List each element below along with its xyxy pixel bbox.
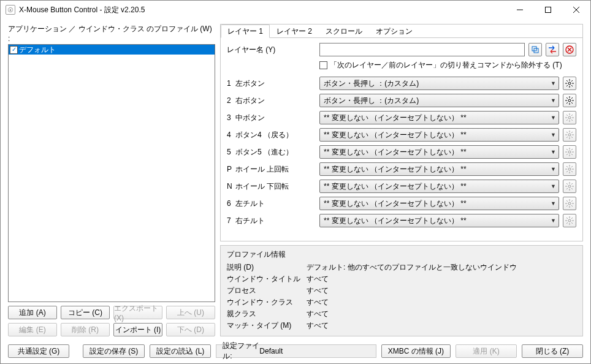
chevron-down-icon: ▼ bbox=[551, 132, 556, 138]
button-row-label: 5ボタン5 （進む） bbox=[227, 147, 316, 157]
svg-line-43 bbox=[571, 132, 573, 133]
save-settings-button[interactable]: 設定の保存 (S) bbox=[83, 344, 145, 358]
button-row: 2右ボタンボタン・長押し ：(カスタム)▼ bbox=[227, 94, 576, 107]
apply-button: 適用 (K) bbox=[456, 344, 517, 358]
button-row-prefix: 4 bbox=[227, 131, 235, 139]
gear-icon[interactable] bbox=[563, 77, 576, 90]
load-settings-button[interactable]: 設定の読込 (L) bbox=[150, 344, 211, 358]
maximize-button[interactable] bbox=[534, 1, 562, 19]
button-action-combo[interactable]: ** 変更しない （インターセプトしない） **▼ bbox=[319, 145, 559, 159]
button-action-combo[interactable]: ** 変更しない （インターセプトしない） **▼ bbox=[319, 128, 559, 142]
button-row-label: 6左チルト bbox=[227, 199, 316, 209]
button-row-prefix: 2 bbox=[227, 96, 235, 105]
button-row-label: 4ボタン4 （戻る） bbox=[227, 130, 316, 140]
tab-scroll[interactable]: スクロール bbox=[319, 25, 369, 38]
button-row-name: 左チルト bbox=[235, 199, 265, 209]
svg-line-15 bbox=[571, 85, 573, 86]
button-action-combo[interactable]: ** 変更しない （インターセプトしない） **▼ bbox=[319, 180, 559, 193]
close-button[interactable] bbox=[562, 1, 590, 19]
svg-line-17 bbox=[566, 85, 568, 86]
copy-layer-icon[interactable] bbox=[528, 43, 542, 56]
svg-line-14 bbox=[566, 80, 568, 82]
info-value: すべて bbox=[307, 297, 329, 308]
profile-item[interactable]: ✓ デフォルト bbox=[9, 45, 215, 55]
profile-list[interactable]: ✓ デフォルト bbox=[8, 44, 215, 302]
common-settings-button[interactable]: 共通設定 (G) bbox=[8, 344, 69, 358]
exclude-checkbox[interactable] bbox=[319, 61, 327, 69]
profile-list-label: アプリケーション ／ ウインドウ・クラス のプロファイル (W) : bbox=[8, 24, 215, 43]
svg-line-24 bbox=[571, 102, 573, 104]
copy-button[interactable]: コピー (C) bbox=[61, 306, 110, 319]
button-row: 5ボタン5 （進む）** 変更しない （インターセプトしない） **▼ bbox=[227, 145, 576, 159]
svg-line-68 bbox=[566, 183, 568, 184]
svg-line-79 bbox=[571, 200, 573, 202]
info-value: すべて bbox=[307, 309, 329, 319]
svg-point-18 bbox=[568, 99, 571, 102]
info-key: プロセス bbox=[227, 286, 307, 296]
tab-option[interactable]: オプション bbox=[369, 25, 419, 38]
profile-checkbox[interactable]: ✓ bbox=[10, 46, 18, 54]
button-row-name: ボタン4 （戻る） bbox=[235, 130, 293, 140]
clear-layer-icon[interactable] bbox=[563, 43, 576, 56]
settings-file-label: 設定ファイル: bbox=[223, 341, 259, 362]
button-row: Pホイール 上回転** 変更しない （インターセプトしない） **▼ bbox=[227, 162, 576, 176]
settings-file: 設定ファイル: Default bbox=[216, 344, 376, 358]
import-button[interactable]: インポート (I) bbox=[113, 323, 162, 336]
svg-line-89 bbox=[566, 222, 568, 224]
info-row: ウインドウ・タイトルすべて bbox=[227, 274, 576, 284]
swap-layer-icon[interactable] bbox=[546, 43, 559, 56]
svg-line-16 bbox=[571, 80, 573, 82]
button-row-prefix: N bbox=[227, 182, 235, 191]
button-action-value: ** 変更しない （インターセプトしない） ** bbox=[324, 147, 467, 157]
down-button: 下へ (D) bbox=[166, 323, 215, 336]
chevron-down-icon: ▼ bbox=[551, 80, 556, 86]
info-value: すべて bbox=[307, 286, 329, 296]
add-button[interactable]: 追加 (A) bbox=[8, 306, 57, 319]
chevron-down-icon: ▼ bbox=[551, 200, 556, 207]
button-action-combo[interactable]: ** 変更しない （インターセプトしない） **▼ bbox=[319, 162, 559, 176]
svg-line-23 bbox=[566, 97, 568, 99]
info-key: マッチ・タイプ (M) bbox=[227, 320, 307, 331]
svg-line-41 bbox=[566, 132, 568, 133]
close-dialog-button[interactable]: 閉じる (Z) bbox=[522, 344, 583, 358]
button-row: 7右チルト** 変更しない （インターセプトしない） **▼ bbox=[227, 214, 576, 227]
tab-layer2[interactable]: レイヤー 2 bbox=[270, 25, 319, 38]
button-action-combo[interactable]: ** 変更しない （インターセプトしない） **▼ bbox=[319, 214, 559, 227]
button-action-value: ** 変更しない （インターセプトしない） ** bbox=[324, 181, 467, 192]
button-action-combo[interactable]: ** 変更しない （インターセプトしない） **▼ bbox=[319, 111, 559, 124]
svg-line-70 bbox=[571, 183, 573, 184]
svg-line-32 bbox=[566, 115, 568, 116]
svg-line-53 bbox=[566, 154, 568, 155]
window-title: X-Mouse Button Control - 設定 v2.20.5 bbox=[19, 5, 506, 15]
button-action-value: ** 変更しない （インターセプトしない） ** bbox=[324, 113, 467, 123]
about-button[interactable]: XMBC の情報 (J) bbox=[381, 344, 451, 358]
minimize-button[interactable] bbox=[506, 1, 534, 19]
button-action-combo[interactable]: ボタン・長押し ：(カスタム)▼ bbox=[319, 77, 559, 90]
layer-name-input[interactable] bbox=[319, 43, 525, 56]
svg-line-60 bbox=[571, 171, 573, 172]
svg-line-59 bbox=[566, 166, 568, 167]
button-action-value: ボタン・長押し ：(カスタム) bbox=[324, 78, 419, 89]
button-action-value: ** 変更しない （インターセプトしない） ** bbox=[324, 216, 467, 226]
button-action-combo[interactable]: ボタン・長押し ：(カスタム)▼ bbox=[319, 94, 559, 107]
svg-line-71 bbox=[566, 188, 568, 189]
chevron-down-icon: ▼ bbox=[551, 166, 556, 172]
gear-icon[interactable] bbox=[563, 94, 576, 107]
titlebar: ⦿ X-Mouse Button Control - 設定 v2.20.5 bbox=[1, 1, 590, 19]
chevron-down-icon: ▼ bbox=[551, 183, 556, 189]
info-value: すべて bbox=[307, 274, 329, 284]
chevron-down-icon: ▼ bbox=[551, 149, 556, 155]
button-row-label: 2右ボタン bbox=[227, 96, 316, 106]
svg-line-51 bbox=[571, 154, 573, 155]
tab-layer1[interactable]: レイヤー 1 bbox=[221, 25, 270, 38]
gear-icon bbox=[563, 162, 576, 176]
button-action-value: ボタン・長押し ：(カスタム) bbox=[324, 96, 419, 106]
button-action-combo[interactable]: ** 変更しない （インターセプトしない） **▼ bbox=[319, 197, 559, 210]
button-row: 1左ボタンボタン・長押し ：(カスタム)▼ bbox=[227, 77, 576, 90]
svg-point-45 bbox=[568, 151, 571, 153]
button-row-name: 右チルト bbox=[235, 216, 265, 226]
svg-line-50 bbox=[566, 149, 568, 150]
up-button: 上へ (U) bbox=[166, 306, 215, 319]
svg-line-88 bbox=[571, 218, 573, 219]
left-panel: アプリケーション ／ ウインドウ・クラス のプロファイル (W) : ✓ デフォ… bbox=[8, 24, 215, 336]
